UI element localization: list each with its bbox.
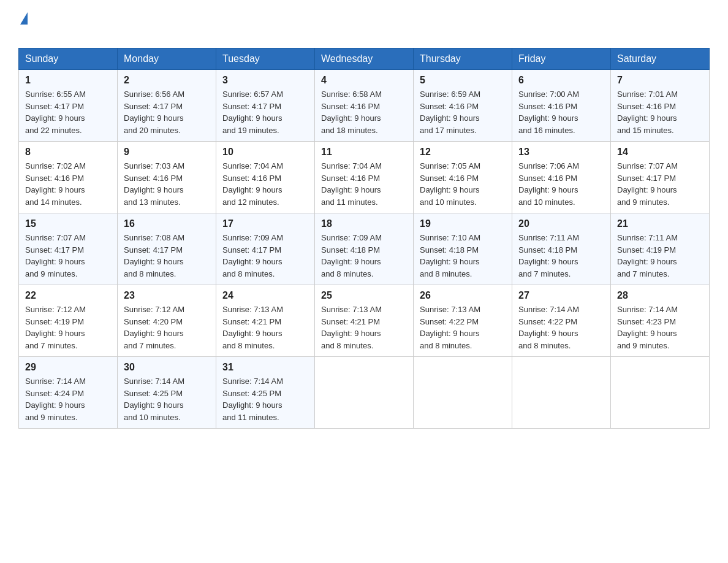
day-number: 28 bbox=[617, 290, 703, 301]
day-cell-15: 15 Sunrise: 7:07 AM Sunset: 4:17 PM Dayl… bbox=[19, 213, 118, 285]
logo-triangle-icon bbox=[20, 12, 28, 25]
day-number: 4 bbox=[321, 75, 407, 86]
day-number: 5 bbox=[420, 75, 506, 86]
day-info: Sunrise: 7:14 AM Sunset: 4:25 PM Dayligh… bbox=[222, 375, 308, 423]
day-info: Sunrise: 6:56 AM Sunset: 4:17 PM Dayligh… bbox=[124, 88, 210, 136]
day-number: 24 bbox=[222, 290, 308, 301]
day-info: Sunrise: 7:09 AM Sunset: 4:17 PM Dayligh… bbox=[222, 232, 308, 280]
day-number: 23 bbox=[124, 290, 210, 301]
day-info: Sunrise: 7:13 AM Sunset: 4:21 PM Dayligh… bbox=[321, 304, 407, 351]
day-cell-1: 1 Sunrise: 6:55 AM Sunset: 4:17 PM Dayli… bbox=[19, 70, 118, 142]
day-info: Sunrise: 7:12 AM Sunset: 4:20 PM Dayligh… bbox=[124, 304, 210, 351]
week-row-5: 29 Sunrise: 7:14 AM Sunset: 4:24 PM Dayl… bbox=[19, 357, 710, 429]
day-cell-19: 19 Sunrise: 7:10 AM Sunset: 4:18 PM Dayl… bbox=[414, 213, 512, 285]
day-number: 22 bbox=[25, 290, 111, 301]
day-info: Sunrise: 7:07 AM Sunset: 4:17 PM Dayligh… bbox=[25, 232, 111, 280]
day-cell-24: 24 Sunrise: 7:13 AM Sunset: 4:21 PM Dayl… bbox=[216, 285, 315, 357]
day-number: 25 bbox=[321, 290, 407, 301]
day-cell-21: 21 Sunrise: 7:11 AM Sunset: 4:19 PM Dayl… bbox=[611, 213, 710, 285]
day-info: Sunrise: 7:13 AM Sunset: 4:22 PM Dayligh… bbox=[420, 304, 506, 351]
day-number: 15 bbox=[25, 218, 111, 229]
day-info: Sunrise: 7:11 AM Sunset: 4:19 PM Dayligh… bbox=[617, 232, 703, 280]
day-cell-20: 20 Sunrise: 7:11 AM Sunset: 4:18 PM Dayl… bbox=[512, 213, 611, 285]
day-info: Sunrise: 7:14 AM Sunset: 4:23 PM Dayligh… bbox=[617, 304, 703, 351]
empty-cell bbox=[611, 357, 710, 429]
day-cell-10: 10 Sunrise: 7:04 AM Sunset: 4:16 PM Dayl… bbox=[216, 142, 315, 213]
day-cell-31: 31 Sunrise: 7:14 AM Sunset: 4:25 PM Dayl… bbox=[216, 357, 315, 429]
day-cell-30: 30 Sunrise: 7:14 AM Sunset: 4:25 PM Dayl… bbox=[118, 357, 216, 429]
day-number: 30 bbox=[124, 362, 210, 373]
weekday-header-tuesday: Tuesday bbox=[216, 48, 315, 70]
day-cell-23: 23 Sunrise: 7:12 AM Sunset: 4:20 PM Dayl… bbox=[118, 285, 216, 357]
day-cell-16: 16 Sunrise: 7:08 AM Sunset: 4:17 PM Dayl… bbox=[118, 213, 216, 285]
day-info: Sunrise: 7:14 AM Sunset: 4:25 PM Dayligh… bbox=[124, 375, 210, 423]
day-number: 18 bbox=[321, 218, 407, 229]
day-info: Sunrise: 7:00 AM Sunset: 4:16 PM Dayligh… bbox=[518, 88, 604, 136]
day-info: Sunrise: 7:08 AM Sunset: 4:17 PM Dayligh… bbox=[124, 232, 210, 280]
day-number: 19 bbox=[420, 218, 506, 229]
day-number: 9 bbox=[124, 147, 210, 158]
day-number: 17 bbox=[222, 218, 308, 229]
day-number: 8 bbox=[25, 147, 111, 158]
day-cell-26: 26 Sunrise: 7:13 AM Sunset: 4:22 PM Dayl… bbox=[414, 285, 512, 357]
empty-cell bbox=[512, 357, 611, 429]
empty-cell bbox=[414, 357, 512, 429]
day-info: Sunrise: 7:03 AM Sunset: 4:16 PM Dayligh… bbox=[124, 160, 210, 208]
day-cell-25: 25 Sunrise: 7:13 AM Sunset: 4:21 PM Dayl… bbox=[315, 285, 414, 357]
empty-cell bbox=[315, 357, 414, 429]
day-cell-11: 11 Sunrise: 7:04 AM Sunset: 4:16 PM Dayl… bbox=[315, 142, 414, 213]
day-number: 27 bbox=[518, 290, 604, 301]
day-cell-9: 9 Sunrise: 7:03 AM Sunset: 4:16 PM Dayli… bbox=[118, 142, 216, 213]
day-info: Sunrise: 7:10 AM Sunset: 4:18 PM Dayligh… bbox=[420, 232, 506, 280]
day-cell-27: 27 Sunrise: 7:14 AM Sunset: 4:22 PM Dayl… bbox=[512, 285, 611, 357]
day-cell-12: 12 Sunrise: 7:05 AM Sunset: 4:16 PM Dayl… bbox=[414, 142, 512, 213]
day-info: Sunrise: 7:04 AM Sunset: 4:16 PM Dayligh… bbox=[321, 160, 407, 208]
day-number: 12 bbox=[420, 147, 506, 158]
day-info: Sunrise: 7:04 AM Sunset: 4:16 PM Dayligh… bbox=[222, 160, 308, 208]
day-info: Sunrise: 6:58 AM Sunset: 4:16 PM Dayligh… bbox=[321, 88, 407, 136]
day-number: 2 bbox=[124, 75, 210, 86]
day-info: Sunrise: 7:05 AM Sunset: 4:16 PM Dayligh… bbox=[420, 160, 506, 208]
day-number: 3 bbox=[222, 75, 308, 86]
day-cell-2: 2 Sunrise: 6:56 AM Sunset: 4:17 PM Dayli… bbox=[118, 70, 216, 142]
day-cell-18: 18 Sunrise: 7:09 AM Sunset: 4:18 PM Dayl… bbox=[315, 213, 414, 285]
day-info: Sunrise: 7:12 AM Sunset: 4:19 PM Dayligh… bbox=[25, 304, 111, 351]
day-info: Sunrise: 7:06 AM Sunset: 4:16 PM Dayligh… bbox=[518, 160, 604, 208]
day-number: 13 bbox=[518, 147, 604, 158]
day-number: 16 bbox=[124, 218, 210, 229]
day-cell-6: 6 Sunrise: 7:00 AM Sunset: 4:16 PM Dayli… bbox=[512, 70, 611, 142]
day-number: 7 bbox=[617, 75, 703, 86]
day-cell-7: 7 Sunrise: 7:01 AM Sunset: 4:16 PM Dayli… bbox=[611, 70, 710, 142]
day-cell-5: 5 Sunrise: 6:59 AM Sunset: 4:16 PM Dayli… bbox=[414, 70, 512, 142]
weekday-header-row: SundayMondayTuesdayWednesdayThursdayFrid… bbox=[19, 48, 710, 70]
day-info: Sunrise: 6:57 AM Sunset: 4:17 PM Dayligh… bbox=[222, 88, 308, 136]
weekday-header-monday: Monday bbox=[118, 48, 216, 70]
weekday-header-saturday: Saturday bbox=[611, 48, 710, 70]
day-cell-4: 4 Sunrise: 6:58 AM Sunset: 4:16 PM Dayli… bbox=[315, 70, 414, 142]
day-number: 1 bbox=[25, 75, 111, 86]
day-number: 6 bbox=[518, 75, 604, 86]
week-row-2: 8 Sunrise: 7:02 AM Sunset: 4:16 PM Dayli… bbox=[19, 142, 710, 213]
day-number: 14 bbox=[617, 147, 703, 158]
day-number: 29 bbox=[25, 362, 111, 373]
week-row-4: 22 Sunrise: 7:12 AM Sunset: 4:19 PM Dayl… bbox=[19, 285, 710, 357]
weekday-header-friday: Friday bbox=[512, 48, 611, 70]
day-number: 31 bbox=[222, 362, 308, 373]
day-number: 11 bbox=[321, 147, 407, 158]
day-cell-13: 13 Sunrise: 7:06 AM Sunset: 4:16 PM Dayl… bbox=[512, 142, 611, 213]
calendar-table: SundayMondayTuesdayWednesdayThursdayFrid… bbox=[18, 48, 710, 429]
day-number: 21 bbox=[617, 218, 703, 229]
day-info: Sunrise: 7:14 AM Sunset: 4:22 PM Dayligh… bbox=[518, 304, 604, 351]
day-info: Sunrise: 7:07 AM Sunset: 4:17 PM Dayligh… bbox=[617, 160, 703, 208]
day-number: 26 bbox=[420, 290, 506, 301]
day-info: Sunrise: 7:13 AM Sunset: 4:21 PM Dayligh… bbox=[222, 304, 308, 351]
day-info: Sunrise: 6:59 AM Sunset: 4:16 PM Dayligh… bbox=[420, 88, 506, 136]
week-row-3: 15 Sunrise: 7:07 AM Sunset: 4:17 PM Dayl… bbox=[19, 213, 710, 285]
week-row-1: 1 Sunrise: 6:55 AM Sunset: 4:17 PM Dayli… bbox=[19, 70, 710, 142]
day-cell-17: 17 Sunrise: 7:09 AM Sunset: 4:17 PM Dayl… bbox=[216, 213, 315, 285]
day-cell-14: 14 Sunrise: 7:07 AM Sunset: 4:17 PM Dayl… bbox=[611, 142, 710, 213]
day-info: Sunrise: 6:55 AM Sunset: 4:17 PM Dayligh… bbox=[25, 88, 111, 136]
day-info: Sunrise: 7:09 AM Sunset: 4:18 PM Dayligh… bbox=[321, 232, 407, 280]
day-info: Sunrise: 7:14 AM Sunset: 4:24 PM Dayligh… bbox=[25, 375, 111, 423]
day-cell-8: 8 Sunrise: 7:02 AM Sunset: 4:16 PM Dayli… bbox=[19, 142, 118, 213]
